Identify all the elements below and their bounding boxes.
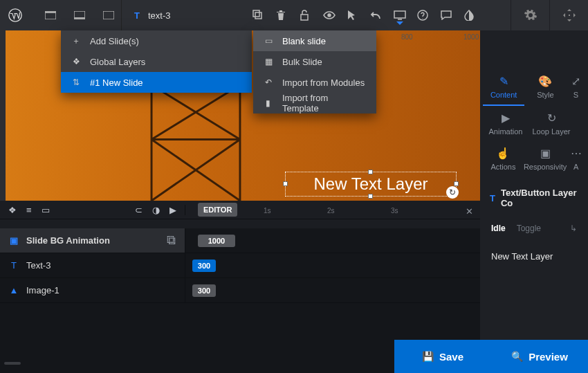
resize-handle-bottom[interactable] [368,194,373,199]
global-layers-item[interactable]: ❖Global Layers [61,51,252,72]
contrast-icon[interactable] [464,10,478,21]
pointer-icon[interactable] [347,10,360,21]
toolbar-center [252,10,478,21]
panel-tab-2[interactable] [66,0,93,30]
ruler-mark-800: 800 [401,33,413,41]
play-icon: ▶ [502,111,510,125]
expand-arrow-icon[interactable]: ↳ [570,224,577,233]
delete-icon[interactable] [276,10,290,21]
clip-text3[interactable]: 300 [192,260,216,272]
lock-icon[interactable] [300,10,313,21]
tab-responsivity[interactable]: ▣Responsivity [524,141,567,176]
text-row-icon: T [8,260,19,271]
resize-handle-left[interactable] [283,181,288,186]
tab-animation[interactable]: ▶Animation [483,106,529,141]
device-icon[interactable] [394,10,407,20]
panel-tab-1[interactable] [37,0,64,30]
import-modules-item[interactable]: ↶Import from Modules [253,72,376,93]
mode-idle[interactable]: Idle [491,224,506,233]
svg-rect-4 [74,17,85,19]
time-mark-2s: 2s [327,207,335,215]
selected-text-layer[interactable]: New Text Layer ↻ [285,172,457,197]
editor-mode-tag[interactable]: EDITOR [198,203,237,217]
loop-icon: ↻ [547,111,556,125]
touch-icon: ☝ [496,147,510,160]
tab-actions[interactable]: ☝Actions [483,141,524,176]
section-title: TText/Button Layer Co [480,179,588,217]
snap-icon[interactable]: ⊂ [135,205,143,215]
tab-partial-1[interactable]: ⤢S [567,69,585,106]
row-label: Slide BG Animation [26,235,110,246]
panel-tab-3[interactable] [95,0,122,30]
bulk-slide-item[interactable]: ▦Bulk Slide [253,51,376,72]
list-icon[interactable]: ≡ [26,205,32,215]
import-template-item[interactable]: ▮Import from Template [253,93,376,113]
import-icon: ↶ [263,78,274,87]
palette-icon: 🎨 [538,75,552,88]
blank-slide-item[interactable]: ▭Blank slide [253,30,376,51]
svg-rect-8 [301,15,308,20]
duplicate-icon[interactable] [252,10,266,21]
time-mark-1s: 1s [264,207,271,215]
add-slide-submenu: ▭Blank slide ▦Bulk Slide ↶Import from Mo… [253,30,376,113]
search-icon: 🔍 [511,351,523,362]
move-button[interactable] [549,0,588,30]
comment-icon[interactable] [441,10,454,20]
duplicate-icon[interactable]: ⿻ [167,235,176,246]
dd-label: Bulk Slide [282,57,322,67]
help-icon[interactable] [417,10,431,21]
preview-button[interactable]: 🔍Preview [491,340,588,373]
timeline-ruler [0,219,480,228]
save-button[interactable]: 💾Save [394,340,491,373]
scrollbar-thumb[interactable] [4,362,21,365]
tab-label: Content [490,91,517,99]
tab-content[interactable]: ✎Content [483,69,524,106]
svg-rect-7 [253,10,259,17]
clip-image1[interactable]: 300 [192,284,216,297]
tab-label: Responsivity [524,163,567,171]
settings-button[interactable] [511,0,549,30]
tab-label: A [573,163,578,171]
resize-handle-top[interactable] [368,170,373,174]
undo-icon[interactable] [370,10,384,20]
rotate-handle[interactable]: ↻ [446,186,459,199]
add-slides-item[interactable]: ＋Add Slide(s) [61,30,252,51]
blank-icon: ▭ [263,36,274,46]
keyframe-icon[interactable]: ◑ [152,205,160,215]
svg-rect-6 [255,12,261,19]
dd-label: #1 New Slide [90,78,143,88]
tab-loop[interactable]: ↻Loop Layer [529,106,574,141]
timeline-row-image1[interactable]: ▲Image-1 300 [0,278,480,303]
window-icon[interactable]: ▭ [42,205,50,215]
animation-row-icon: ▣ [8,235,19,246]
clip-bg[interactable]: 1000 [198,235,235,247]
dd-label: Add Slide(s) [90,36,139,46]
footer-bar: 💾Save 🔍Preview [0,340,588,373]
timeline-panel: ❖ ≡ ▭ ⊂ ◑ ▶ EDITOR 1s 2s 3s ✕ ▣Slide BG … [0,201,480,340]
dd-label: Import from Template [282,93,367,113]
tab-partial-2[interactable]: ⋯A [567,141,585,176]
time-mark-3s: 3s [391,207,398,215]
tab-label: Actions [490,163,515,171]
image-row-icon: ▲ [8,285,19,295]
resize-handle-right[interactable] [454,181,459,186]
tab-label: Animation [489,127,523,136]
tab-label: Loop Layer [532,127,570,136]
row-label: Image-1 [26,285,59,295]
slide-1-item[interactable]: ⇅#1 New Slide [61,72,252,93]
svg-rect-10 [394,11,405,18]
timeline-row-bg[interactable]: ▣Slide BG Animation⿻ 1000 [0,228,480,253]
text-content-field[interactable]: New Text Layer [480,240,588,273]
mode-toggle[interactable]: Toggle [517,224,541,233]
visibility-icon[interactable] [323,11,337,19]
tab-label: S [573,91,578,99]
timeline-row-text3[interactable]: TText-3 300 [0,253,480,278]
dd-label: Blank slide [282,36,326,46]
tab-style[interactable]: 🎨Style [524,69,566,106]
wordpress-icon[interactable] [0,8,30,22]
save-icon: 💾 [422,351,434,362]
layers-icon[interactable]: ❖ [8,205,17,215]
timeline-close-icon[interactable]: ✕ [466,206,473,217]
play-button[interactable]: ▶ [169,205,176,215]
more-icon: ⋯ [571,147,582,160]
